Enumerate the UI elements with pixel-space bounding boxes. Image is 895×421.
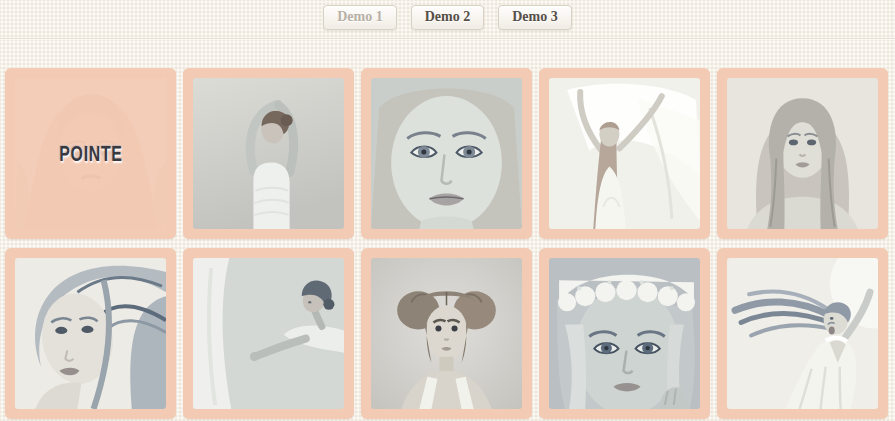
photo-flowing-hair-closeup <box>15 258 166 409</box>
photo-flying-hair-dancer <box>727 258 878 409</box>
photo-long-hair-portrait <box>727 78 878 229</box>
gallery-tile-dancer-arms-raised[interactable] <box>183 68 354 239</box>
gallery-tile-flowing-hair-closeup[interactable] <box>5 248 176 419</box>
gallery-tile-lace-hat[interactable] <box>539 248 710 419</box>
photo-face-closeup <box>371 78 522 229</box>
demo-3-button[interactable]: Demo 3 <box>498 5 572 30</box>
gallery-tile-fabric[interactable] <box>539 68 710 239</box>
hover-overlay: POINTE <box>15 78 166 229</box>
header-bar: Demo 1 Demo 2 Demo 3 <box>0 0 895 39</box>
gallery-tile-long-hair-portrait[interactable] <box>717 68 888 239</box>
gallery-tile-flying-hair-dancer[interactable] <box>717 248 888 419</box>
photo-hair-buns-portrait <box>371 258 522 409</box>
photo-gallery-grid: POINTE <box>5 68 888 419</box>
demo-1-button[interactable]: Demo 1 <box>323 5 397 30</box>
gallery-tile-pointe[interactable]: POINTE <box>5 68 176 239</box>
demo-2-button[interactable]: Demo 2 <box>411 5 485 30</box>
photo-leaning-dancer <box>193 258 344 409</box>
photo-model-with-fabric <box>549 78 700 229</box>
gallery-tile-leaning-dancer[interactable] <box>183 248 354 419</box>
tile-caption: POINTE <box>59 141 122 167</box>
photo-dancer-arms-raised <box>193 78 344 229</box>
gallery-tile-face-closeup[interactable] <box>361 68 532 239</box>
photo-lace-hat-closeup <box>549 258 700 409</box>
gallery-tile-hair-buns[interactable] <box>361 248 532 419</box>
